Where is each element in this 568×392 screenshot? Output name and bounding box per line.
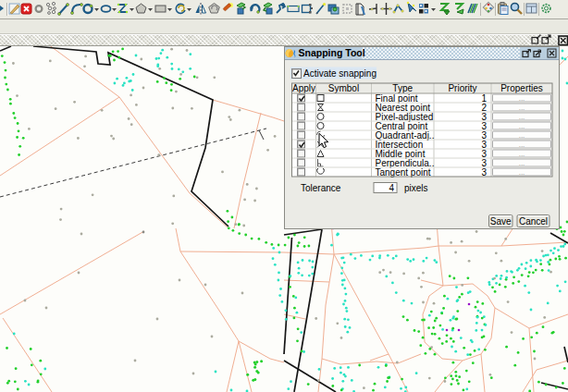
svg-text:Apply: Apply	[292, 83, 315, 93]
svg-text:Snapping Tool: Snapping Tool	[299, 47, 365, 58]
svg-text:Symbol: Symbol	[328, 83, 359, 93]
svg-text:Properties: Properties	[500, 83, 543, 93]
svg-text:...: ...	[519, 141, 525, 149]
svg-text:Priority: Priority	[448, 83, 476, 93]
svg-text:Tolerance: Tolerance	[301, 183, 341, 193]
svg-text:...: ...	[519, 131, 525, 140]
svg-text:pixels: pixels	[404, 183, 428, 193]
svg-text:...: ...	[519, 159, 525, 167]
svg-text:4: 4	[389, 183, 394, 193]
svg-text:Save: Save	[490, 216, 512, 227]
svg-text:...: ...	[519, 150, 525, 158]
svg-text:...: ...	[519, 104, 525, 112]
svg-text:Type: Type	[392, 83, 413, 93]
svg-text:...: ...	[519, 94, 525, 103]
svg-text:Activate snapping: Activate snapping	[303, 68, 377, 79]
svg-text:...: ...	[519, 168, 525, 177]
svg-text:Tangent point: Tangent point	[376, 167, 431, 178]
svg-text:Cancel: Cancel	[519, 216, 548, 227]
svg-text:...: ...	[519, 122, 525, 130]
svg-text:3: 3	[481, 167, 487, 178]
svg-text:...: ...	[519, 113, 525, 121]
